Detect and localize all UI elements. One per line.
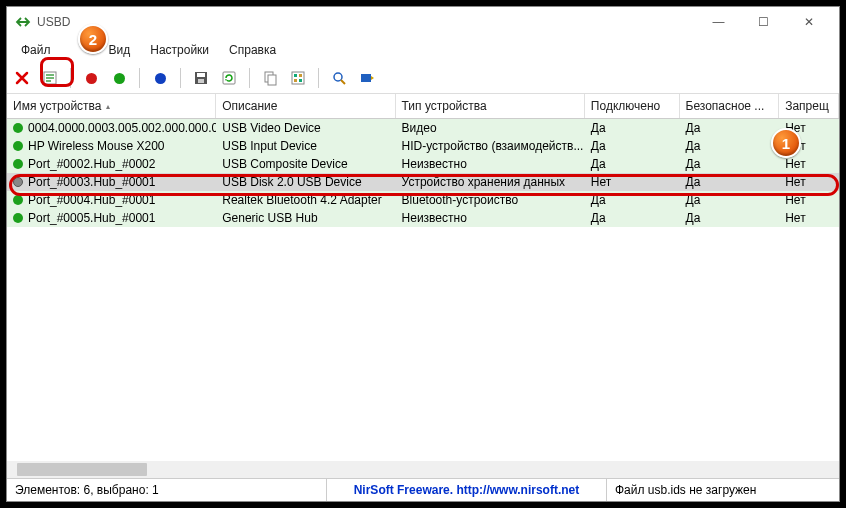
cell: Port_#0004.Hub_#0001 <box>7 193 216 207</box>
status-dot-green-icon <box>13 195 23 205</box>
svg-rect-7 <box>292 72 304 84</box>
statusbar: Элементов: 6, выбрано: 1 NirSoft Freewar… <box>7 478 839 501</box>
table-row[interactable]: Port_#0002.Hub_#0002USB Composite Device… <box>7 155 839 173</box>
svg-rect-13 <box>361 74 371 82</box>
cell: Port_#0002.Hub_#0002 <box>7 157 216 171</box>
about-button[interactable] <box>356 67 378 89</box>
menu-help[interactable]: Справка <box>219 39 286 61</box>
cell: USB Composite Device <box>216 157 395 171</box>
toolbar-separator <box>249 68 250 88</box>
table-row[interactable]: Port_#0005.Hub_#0001Generic USB HubНеизв… <box>7 209 839 227</box>
status-dot-green-icon <box>13 159 23 169</box>
close-button[interactable]: ✕ <box>786 8 831 36</box>
grid-header: Имя устройства▴ Описание Тип устройства … <box>7 94 839 119</box>
window: USBD — ☐ ✕ 2 Файл xxx Вид Настройки Спра… <box>6 6 840 502</box>
status-dot-green-icon <box>13 141 23 151</box>
menu-view[interactable]: Вид <box>99 39 141 61</box>
cell: Bluetooth-устройство <box>396 193 585 207</box>
cell: Нет <box>779 175 839 189</box>
find-button[interactable] <box>328 67 350 89</box>
minimize-button[interactable]: — <box>696 8 741 36</box>
options-button[interactable] <box>287 67 309 89</box>
grid: Имя устройства▴ Описание Тип устройства … <box>7 94 839 478</box>
menu-file[interactable]: Файл <box>11 39 61 61</box>
toolbar-separator <box>139 68 140 88</box>
table-row[interactable]: HP Wireless Mouse X200USB Input DeviceHI… <box>7 137 839 155</box>
cell: Нет <box>779 139 839 153</box>
cell: Да <box>585 157 680 171</box>
refresh-button[interactable] <box>218 67 240 89</box>
cell: USB Video Device <box>216 121 395 135</box>
properties-button[interactable] <box>39 67 61 89</box>
menubar: Файл xxx Вид Настройки Справка <box>7 37 839 63</box>
green-dot-button[interactable] <box>108 67 130 89</box>
cell: Неизвестно <box>396 211 585 225</box>
cell: Generic USB Hub <box>216 211 395 225</box>
cell: Нет <box>779 121 839 135</box>
column-header-safe[interactable]: Безопасное ... <box>680 94 780 118</box>
blue-dot-button[interactable] <box>149 67 171 89</box>
table-row[interactable]: 0004.0000.0003.005.002.000.000.0...USB V… <box>7 119 839 137</box>
svg-rect-10 <box>294 79 297 82</box>
table-row[interactable]: Port_#0004.Hub_#0001Realtek Bluetooth 4.… <box>7 191 839 209</box>
cell: Да <box>585 193 680 207</box>
cell: Да <box>680 157 780 171</box>
cell: Port_#0003.Hub_#0001 <box>7 175 216 189</box>
app-icon <box>15 13 31 32</box>
svg-rect-3 <box>198 79 204 83</box>
cell: Устройство хранения данных <box>396 175 585 189</box>
horizontal-scrollbar[interactable] <box>7 461 839 478</box>
red-dot-button[interactable] <box>80 67 102 89</box>
column-header-name[interactable]: Имя устройства▴ <box>7 94 216 118</box>
table-row[interactable]: Port_#0003.Hub_#0001USB Disk 2.0 USB Dev… <box>7 173 839 191</box>
menu-settings[interactable]: Настройки <box>140 39 219 61</box>
column-header-deny[interactable]: Запрещ <box>779 94 839 118</box>
column-header-connected[interactable]: Подключено <box>585 94 680 118</box>
toolbar-separator <box>318 68 319 88</box>
copy-button[interactable] <box>259 67 281 89</box>
svg-rect-2 <box>197 73 205 77</box>
cell: Неизвестно <box>396 157 585 171</box>
cell: Да <box>585 211 680 225</box>
window-controls: — ☐ ✕ <box>696 8 831 36</box>
cell: Да <box>585 121 680 135</box>
status-credit[interactable]: NirSoft Freeware. http://www.nirsoft.net <box>327 479 607 501</box>
cell: Да <box>680 193 780 207</box>
cell: Да <box>680 175 780 189</box>
maximize-button[interactable]: ☐ <box>741 8 786 36</box>
status-dot-gray-icon <box>13 177 23 187</box>
cell: 0004.0000.0003.005.002.000.000.0... <box>7 121 216 135</box>
svg-rect-4 <box>223 72 235 84</box>
status-ids: Файл usb.ids не загружен <box>607 479 839 501</box>
cell: Да <box>680 139 780 153</box>
cell: Нет <box>585 175 680 189</box>
grid-body[interactable]: 0004.0000.0003.005.002.000.000.0...USB V… <box>7 119 839 461</box>
column-header-type[interactable]: Тип устройства <box>396 94 585 118</box>
cell: Realtek Bluetooth 4.2 Adapter <box>216 193 395 207</box>
cell: Да <box>680 211 780 225</box>
cell: USB Disk 2.0 USB Device <box>216 175 395 189</box>
cell: Да <box>585 139 680 153</box>
status-dot-green-icon <box>13 213 23 223</box>
disconnect-button[interactable] <box>11 67 33 89</box>
svg-rect-6 <box>268 75 276 85</box>
scroll-thumb[interactable] <box>17 463 147 476</box>
toolbar <box>7 63 839 94</box>
toolbar-separator <box>70 68 71 88</box>
sort-indicator-icon: ▴ <box>106 102 110 111</box>
svg-rect-9 <box>299 74 302 77</box>
cell: Нет <box>779 157 839 171</box>
cell: USB Input Device <box>216 139 395 153</box>
status-count: Элементов: 6, выбрано: 1 <box>7 479 327 501</box>
column-header-desc[interactable]: Описание <box>216 94 395 118</box>
cell: HID-устройство (взаимодейств... <box>396 139 585 153</box>
cell: Нет <box>779 211 839 225</box>
svg-point-12 <box>334 73 342 81</box>
svg-rect-11 <box>299 79 302 82</box>
cell: Видео <box>396 121 585 135</box>
titlebar: USBD — ☐ ✕ <box>7 7 839 37</box>
save-button[interactable] <box>190 67 212 89</box>
cell: Нет <box>779 193 839 207</box>
cell: HP Wireless Mouse X200 <box>7 139 216 153</box>
cell: Port_#0005.Hub_#0001 <box>7 211 216 225</box>
